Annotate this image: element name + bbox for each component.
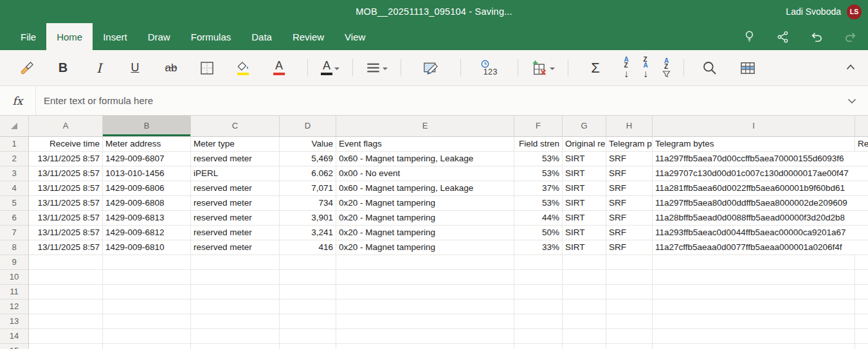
cell[interactable]	[855, 329, 868, 344]
cell[interactable]: SRF	[606, 152, 653, 166]
cell[interactable]: reserved meter	[191, 226, 280, 240]
cell[interactable]: 11a293ffb5aeac0d0044ffb5aeac00000ca9201a…	[653, 226, 855, 240]
cell[interactable]	[855, 196, 868, 211]
cell[interactable]	[336, 270, 514, 285]
cell[interactable]: Event flags	[336, 137, 514, 152]
cell[interactable]	[606, 270, 653, 285]
cell[interactable]: 11a281ffb5aea60d0022ffb5aea600001b9f60bd…	[653, 181, 855, 196]
cell[interactable]	[191, 270, 280, 285]
font-color-button[interactable]: A	[268, 55, 290, 81]
column-header-G[interactable]: G	[563, 116, 606, 137]
cell[interactable]: 53%	[514, 152, 563, 166]
cell[interactable]	[653, 300, 855, 314]
undo-icon[interactable]	[809, 30, 824, 44]
cell[interactable]: 53%	[514, 166, 563, 181]
tab-review[interactable]: Review	[282, 23, 334, 50]
cell[interactable]	[29, 285, 103, 300]
column-header-A[interactable]: A	[29, 116, 103, 137]
cell[interactable]	[29, 300, 103, 314]
cell[interactable]: 13/11/2025 8:57	[29, 196, 103, 211]
cell[interactable]	[191, 329, 280, 344]
find-button[interactable]	[699, 55, 721, 81]
cell[interactable]: SIRT	[563, 211, 606, 226]
cell[interactable]: SIRT	[563, 152, 606, 166]
cell[interactable]: 1429-009-6810	[103, 240, 191, 255]
cell[interactable]: Re	[855, 137, 868, 152]
cell[interactable]	[514, 329, 563, 344]
cell[interactable]	[191, 344, 280, 349]
row-number-15[interactable]: 15	[0, 344, 29, 349]
column-header-F[interactable]: F	[514, 116, 563, 137]
tab-file[interactable]: File	[10, 23, 46, 50]
cell[interactable]	[606, 285, 653, 300]
sort-ascending-button[interactable]: AZ ↓	[624, 55, 629, 81]
share-icon[interactable]	[776, 30, 790, 44]
formula-input[interactable]	[36, 86, 847, 115]
tab-data[interactable]: Data	[241, 23, 282, 50]
avatar[interactable]: LS	[847, 4, 862, 19]
cell[interactable]	[336, 344, 514, 349]
cell[interactable]	[855, 344, 868, 349]
row-number-14[interactable]: 14	[0, 329, 29, 344]
cell[interactable]	[103, 285, 191, 300]
cell[interactable]: 0x60 - Magnet tampering, Leakage	[336, 152, 514, 166]
cell[interactable]	[606, 344, 653, 349]
cell[interactable]	[855, 314, 868, 329]
cell[interactable]: 0x60 - Magnet tampering, Leakage	[336, 181, 514, 196]
cell[interactable]: reserved meter	[191, 240, 280, 255]
cell[interactable]	[336, 329, 514, 344]
cell[interactable]	[103, 255, 191, 270]
cell[interactable]: 11a29707c130d00d01c007c130d0000017ae00f4…	[653, 166, 855, 181]
cell[interactable]	[653, 314, 855, 329]
cell[interactable]: 0x20 - Magnet tampering	[336, 196, 514, 211]
tab-formulas[interactable]: Formulas	[181, 23, 242, 50]
cell[interactable]: 13/11/2025 8:57	[29, 181, 103, 196]
cell[interactable]	[103, 314, 191, 329]
tab-home[interactable]: Home	[46, 23, 93, 50]
cell[interactable]: 13/11/2025 8:57	[29, 211, 103, 226]
cell[interactable]	[563, 300, 606, 314]
cell[interactable]	[514, 255, 563, 270]
cell[interactable]	[855, 270, 868, 285]
cell[interactable]: Original re	[563, 137, 606, 152]
cell[interactable]	[514, 285, 563, 300]
user-account[interactable]: Ladi Svoboda LS	[786, 4, 868, 19]
cell[interactable]: 37%	[514, 181, 563, 196]
column-header-E[interactable]: E	[336, 116, 514, 137]
cell[interactable]	[29, 255, 103, 270]
cell[interactable]: 33%	[514, 240, 563, 255]
cell[interactable]: SIRT	[563, 166, 606, 181]
cell[interactable]: SIRT	[563, 181, 606, 196]
cell[interactable]: 53%	[514, 196, 563, 211]
cell[interactable]	[514, 300, 563, 314]
row-number-9[interactable]: 9	[0, 255, 29, 270]
row-number-2[interactable]: 2	[0, 152, 29, 166]
cell[interactable]	[280, 285, 336, 300]
cell[interactable]: 11a27cffb5aeaa0d0077ffb5aeaa000001a0206f…	[653, 240, 855, 255]
cell[interactable]	[280, 270, 336, 285]
cell[interactable]	[563, 344, 606, 349]
cell[interactable]: Telegram bytes	[653, 137, 855, 152]
borders-button[interactable]	[196, 55, 218, 81]
cell[interactable]	[855, 255, 868, 270]
cell[interactable]: iPERL	[191, 166, 280, 181]
row-number-7[interactable]: 7	[0, 226, 29, 240]
row-number-4[interactable]: 4	[0, 181, 29, 196]
column-header-D[interactable]: D	[280, 116, 336, 137]
cell[interactable]	[280, 300, 336, 314]
cell[interactable]: SRF	[606, 196, 653, 211]
tab-draw[interactable]: Draw	[138, 23, 181, 50]
cell[interactable]	[606, 300, 653, 314]
cell[interactable]: reserved meter	[191, 181, 280, 196]
cell[interactable]	[280, 329, 336, 344]
cell[interactable]: 5,469	[280, 152, 336, 166]
cell[interactable]	[336, 314, 514, 329]
cell[interactable]	[514, 344, 563, 349]
cell[interactable]	[103, 344, 191, 349]
cell[interactable]	[653, 285, 855, 300]
strikethrough-button[interactable]: ab	[160, 55, 182, 81]
cell[interactable]: Field stren	[514, 137, 563, 152]
cell[interactable]: 0x20 - Magnet tampering	[336, 211, 514, 226]
cell[interactable]: reserved meter	[191, 152, 280, 166]
cell[interactable]: 50%	[514, 226, 563, 240]
